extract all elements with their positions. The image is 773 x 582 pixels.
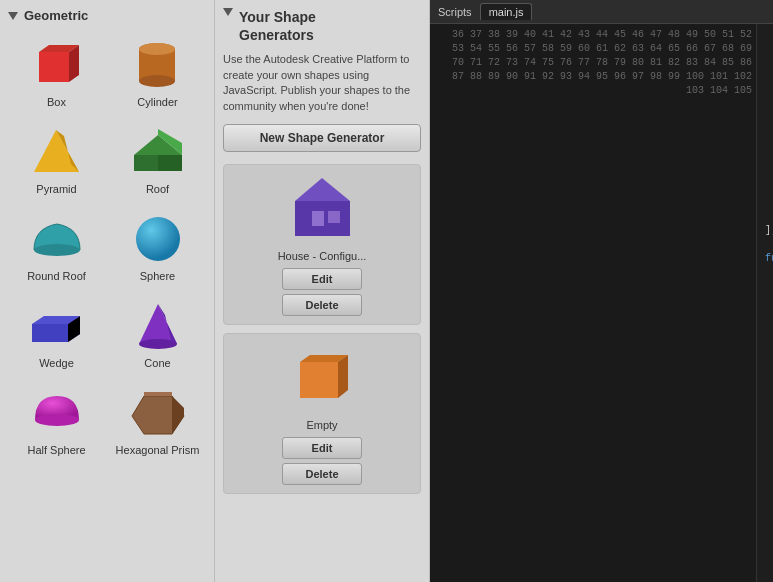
shape-wedge-label: Wedge [39,357,74,369]
svg-marker-16 [32,324,68,342]
shape-half-sphere[interactable]: Half Sphere [8,379,105,462]
svg-marker-25 [172,396,184,434]
house-card-name: House - Configu... [278,250,367,262]
shape-wedge-preview [27,298,87,353]
svg-marker-7 [34,130,79,172]
left-panel-header: Geometric [8,8,206,23]
shape-half-sphere-label: Half Sphere [27,444,85,456]
shape-cone-preview [128,298,188,353]
house-preview [287,171,357,246]
shape-cylinder[interactable]: Cylinder [109,31,206,114]
svg-point-14 [136,217,180,261]
empty-edit-button[interactable]: Edit [282,437,362,459]
middle-title: Your ShapeGenerators [239,8,316,44]
shape-pyramid-preview [27,124,87,179]
shapes-grid: Box Cylinder Pyramid [8,31,206,462]
svg-marker-32 [300,362,338,398]
shape-round-roof[interactable]: Round Roof [8,205,105,288]
shape-box-preview [27,37,87,92]
scripts-label: Scripts [438,6,472,18]
shape-cylinder-label: Cylinder [137,96,177,108]
svg-marker-27 [295,178,350,201]
middle-header: Your ShapeGenerators [223,8,421,44]
shape-roof-preview [128,124,188,179]
shape-pyramid[interactable]: Pyramid [8,118,105,201]
svg-marker-33 [338,355,348,398]
right-panel: Scripts main.js 36 37 38 39 40 41 42 43 … [430,0,773,582]
empty-preview [287,340,357,415]
shape-pyramid-label: Pyramid [36,183,76,195]
shape-sphere-preview [128,211,188,266]
code-editor[interactable]: "displayName": "Wall Height", "type": "l… [757,24,773,582]
svg-point-13 [34,244,80,256]
middle-panel: Your ShapeGenerators Use the Autodesk Cr… [215,0,430,582]
svg-marker-26 [144,392,172,396]
shape-hex-prism-preview [128,385,188,440]
shape-hex-prism[interactable]: Hexagonal Prism [109,379,206,462]
shape-round-roof-label: Round Roof [27,270,86,282]
svg-marker-1 [39,52,69,82]
shape-box[interactable]: Box [8,31,105,114]
svg-point-22 [35,414,79,426]
shape-sphere-label: Sphere [140,270,175,282]
shape-wedge[interactable]: Wedge [8,292,105,375]
shape-roof-label: Roof [146,183,169,195]
code-body: 36 37 38 39 40 41 42 43 44 45 46 47 48 4… [430,24,773,582]
shape-hex-prism-label: Hexagonal Prism [116,444,200,456]
shape-cone[interactable]: Cone [109,292,206,375]
house-edit-button[interactable]: Edit [282,268,362,290]
shape-box-label: Box [47,96,66,108]
left-panel: Geometric Box [0,0,215,582]
shape-cylinder-preview [128,37,188,92]
empty-delete-button[interactable]: Delete [282,463,362,485]
line-numbers: 36 37 38 39 40 41 42 43 44 45 46 47 48 4… [430,24,757,582]
svg-point-5 [139,75,175,87]
shape-card-house: House - Configu... Edit Delete [223,164,421,325]
middle-collapse-icon[interactable] [223,8,233,16]
svg-rect-29 [312,211,324,226]
shape-half-sphere-preview [27,385,87,440]
shape-card-empty: Empty Edit Delete [223,333,421,494]
code-header: Scripts main.js [430,0,773,24]
shape-cone-label: Cone [144,357,170,369]
svg-rect-30 [328,211,340,223]
collapse-icon[interactable] [8,12,18,20]
left-panel-title: Geometric [24,8,88,23]
svg-point-20 [139,339,177,349]
middle-description: Use the Autodesk Creative Platform to cr… [223,52,421,114]
svg-marker-10 [134,155,158,171]
shape-roof[interactable]: Roof [109,118,206,201]
shape-round-roof-preview [27,211,87,266]
svg-point-6 [139,43,175,55]
svg-marker-11 [158,155,182,171]
empty-card-name: Empty [306,419,337,431]
new-shape-button[interactable]: New Shape Generator [223,124,421,152]
main-js-tab[interactable]: main.js [480,3,533,20]
house-delete-button[interactable]: Delete [282,294,362,316]
shape-sphere[interactable]: Sphere [109,205,206,288]
